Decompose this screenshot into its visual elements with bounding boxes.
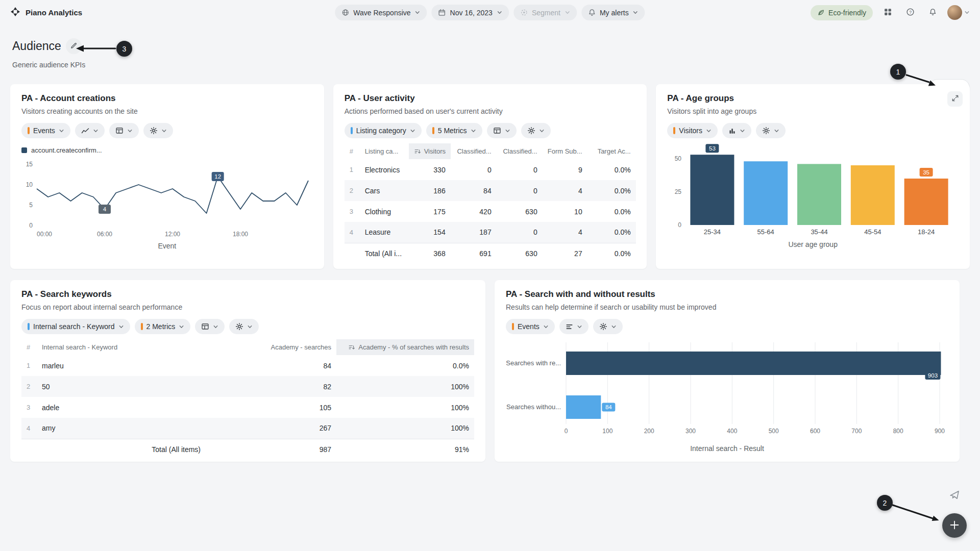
column-header[interactable]: Target Ac... [587, 143, 636, 159]
assistant-button[interactable] [947, 488, 962, 503]
svg-text:903: 903 [928, 372, 938, 379]
chevron-down-icon [577, 324, 582, 330]
column-header[interactable]: Form Sub... [543, 143, 587, 159]
table-row: 3Clothing175420630100.0% [345, 201, 636, 222]
date-picker[interactable]: Nov 16, 2023 [432, 5, 509, 20]
dimension-chip-events[interactable]: Events [21, 123, 70, 138]
dimension-chip-keyword[interactable]: Internal search - Keyword [21, 319, 130, 334]
column-header[interactable]: Classified... [497, 143, 543, 159]
table-cell [21, 439, 37, 460]
dimension-chip-events[interactable]: Events [506, 319, 555, 334]
chevron-down-icon [59, 128, 64, 134]
card-subtitle: Actions performed based on user's curren… [345, 107, 636, 115]
chart-type-chip[interactable] [559, 319, 589, 334]
settings-chip[interactable] [143, 123, 173, 138]
bar-chart-icon [728, 127, 736, 135]
apps-grid-button[interactable] [880, 5, 895, 20]
display-options-chip[interactable] [195, 319, 225, 334]
svg-text:25: 25 [675, 188, 682, 195]
table-cell: 0 [497, 159, 543, 180]
table-cell: 0.0% [587, 222, 636, 243]
settings-chip[interactable] [593, 319, 623, 334]
total-row: Total (All items)98791% [21, 439, 474, 460]
svg-text:12:00: 12:00 [165, 231, 180, 238]
x-axis-label: Event [21, 242, 313, 250]
site-picker[interactable]: Wave Responsive [335, 5, 427, 20]
metric-chip-visitors[interactable]: Visitors [667, 123, 718, 138]
expand-button[interactable] [947, 91, 963, 107]
table-cell: 0.0% [587, 180, 636, 201]
chevron-down-icon [247, 324, 253, 330]
card-subtitle: Visitors split into age groups [667, 107, 959, 115]
data-table: #Internal search - KeywordAcademy - sear… [21, 339, 474, 460]
chart-type-chip[interactable] [75, 123, 105, 138]
alerts-picker-label: My alerts [600, 9, 629, 17]
alerts-picker[interactable]: My alerts [581, 5, 645, 20]
svg-text:10: 10 [26, 181, 33, 188]
column-header[interactable]: Listing ca... [360, 143, 409, 159]
card-account-creations: PA - Account creations Visitors creating… [10, 84, 324, 269]
column-header[interactable]: Academy - % of searches with results [336, 339, 474, 355]
user-menu[interactable] [947, 5, 970, 20]
table-cell: marleu [37, 355, 224, 376]
table-row: 1Electronics3300090.0% [345, 159, 636, 180]
display-options-chip[interactable] [109, 123, 139, 138]
chart-type-chip[interactable] [722, 123, 751, 138]
svg-text:35-44: 35-44 [811, 228, 828, 236]
svg-text:00:00: 00:00 [37, 231, 52, 238]
column-header[interactable]: Classified... [451, 143, 497, 159]
metrics-chip[interactable]: 5 Metrics [426, 123, 482, 138]
table-cell: 0 [497, 222, 543, 243]
eco-friendly-badge[interactable]: Eco-friendly [811, 5, 873, 20]
help-button[interactable]: ? [902, 5, 918, 20]
card-search-keywords: PA - Search keywords Focus on report abo… [10, 280, 485, 462]
expand-icon [951, 94, 959, 104]
edit-title-button[interactable] [66, 38, 82, 54]
rocket-icon [949, 490, 960, 502]
column-header[interactable]: Visitors [409, 143, 451, 159]
segment-icon [520, 9, 528, 16]
metrics-chip[interactable]: 2 Metrics [135, 319, 191, 334]
table-cell: 691 [451, 243, 497, 264]
page-subtitle: Generic audience KPIs [12, 61, 968, 69]
table-cell: Electronics [360, 159, 409, 180]
table-cell: 987 [224, 439, 336, 460]
table-cell: 420 [451, 201, 497, 222]
card-title: PA - Search with and without results [506, 289, 948, 299]
chip-label: 5 Metrics [438, 127, 467, 135]
table-icon [115, 127, 124, 135]
notifications-button[interactable] [925, 5, 940, 20]
table-cell: 1 [345, 159, 360, 180]
display-options-chip[interactable] [487, 123, 517, 138]
legend-swatch [21, 147, 27, 153]
settings-chip[interactable] [521, 123, 551, 138]
piano-analytics-logo[interactable] [10, 7, 20, 19]
settings-chip[interactable] [756, 123, 786, 138]
table-row: 3adele105100% [21, 397, 474, 418]
column-header[interactable]: Internal search - Keyword [37, 339, 224, 355]
table-cell: 3 [21, 397, 37, 418]
card-title: PA - User activity [345, 93, 636, 104]
table-cell: amy [37, 418, 224, 439]
segment-picker[interactable]: Segment [513, 5, 577, 20]
x-axis-label: User age group [667, 240, 959, 248]
column-header[interactable]: # [345, 143, 360, 159]
table-cell: 0 [451, 159, 497, 180]
svg-text:0: 0 [565, 428, 568, 435]
svg-text:Searches withou...: Searches withou... [506, 403, 561, 411]
gear-icon [762, 127, 770, 135]
chevron-down-icon [410, 128, 415, 134]
bell-icon [929, 8, 937, 17]
column-header[interactable]: # [21, 339, 37, 355]
column-header[interactable]: Academy - searches [224, 339, 336, 355]
search-keywords-table: #Internal search - KeywordAcademy - sear… [21, 339, 474, 460]
add-report-fab[interactable] [942, 513, 967, 538]
page-header: Audience Generic audience KPIs Edit [0, 25, 980, 69]
dimension-chip-listing-category[interactable]: Listing category [345, 123, 422, 138]
settings-chip[interactable] [229, 319, 259, 334]
metric-color-bar [673, 127, 675, 134]
svg-text:600: 600 [810, 428, 820, 435]
svg-text:5: 5 [29, 202, 33, 209]
chevron-down-icon [497, 10, 502, 15]
table-cell: 4 [21, 418, 37, 439]
